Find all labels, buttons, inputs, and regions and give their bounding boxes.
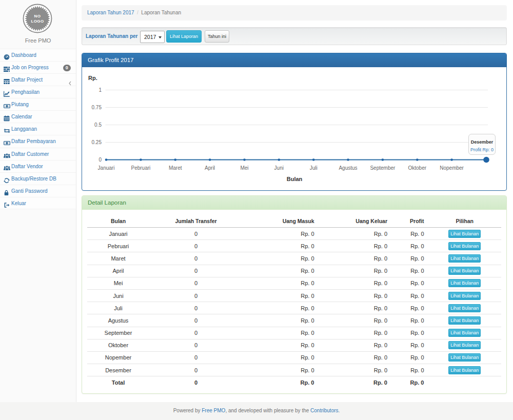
svg-text:0.75: 0.75 [92, 105, 102, 110]
svg-text:1: 1 [98, 87, 102, 93]
svg-text:Bulan: Bulan [287, 176, 303, 182]
svg-text:Juni: Juni [274, 165, 284, 171]
svg-text:NO: NO [34, 14, 41, 18]
svg-text:0: 0 [98, 157, 102, 163]
svg-text:Maret: Maret [169, 165, 182, 171]
svg-text:April: April [205, 165, 215, 171]
svg-text:LOGO: LOGO [31, 19, 44, 24]
svg-text:September: September [370, 165, 396, 171]
svg-text:0.25: 0.25 [92, 139, 102, 145]
svg-text:Januari: Januari [98, 165, 115, 171]
svg-text:Agustus: Agustus [339, 165, 357, 171]
svg-text:Pebruari: Pebruari [131, 165, 150, 171]
svg-text:Rp.: Rp. [88, 75, 97, 81]
svg-text:Nopember: Nopember [440, 165, 464, 171]
svg-text:Juli: Juli [310, 165, 318, 171]
svg-text:Mei: Mei [240, 165, 248, 171]
svg-text:0.5: 0.5 [94, 122, 102, 128]
svg-text:Oktober: Oktober [408, 165, 427, 171]
